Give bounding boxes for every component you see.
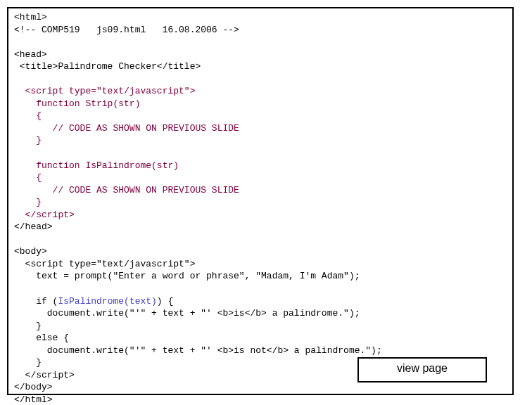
code-line: [14, 73, 507, 86]
code-line: // CODE AS SHOWN ON PREVIOUS SLIDE: [14, 122, 507, 135]
code-line: <html>: [14, 11, 507, 24]
code-line: <body>: [14, 245, 507, 258]
code-line: </head>: [14, 221, 507, 233]
code-frame: <html><!-- COMP519 js09.html 16.08.2006 …: [7, 7, 514, 395]
code-line: function IsPalindrome(str): [14, 160, 507, 172]
code-line: // CODE AS SHOWN ON PREVIOUS SLIDE: [14, 184, 507, 197]
code-line: }: [14, 134, 507, 147]
code-line: [14, 36, 507, 49]
code-line: <title>Palindrome Checker</title>: [14, 60, 507, 73]
code-line: function Strip(str): [14, 98, 507, 110]
code-line: document.write("'" + text + "' <b>is</b>…: [14, 307, 507, 320]
code-line: {: [14, 172, 507, 184]
code-line: }: [14, 196, 507, 209]
view-page-button[interactable]: view page: [357, 357, 487, 382]
code-line: </html>: [14, 394, 507, 402]
code-line: [14, 233, 507, 246]
code-line: document.write("'" + text + "' <b>is not…: [14, 345, 507, 357]
code-line: </script>: [14, 209, 507, 221]
code-line: <!-- COMP519 js09.html 16.08.2006 -->: [14, 24, 507, 37]
code-line: <script type="text/javascript">: [14, 85, 507, 98]
code-line: text = prompt("Enter a word or phrase", …: [14, 270, 507, 283]
code-line: else {: [14, 332, 507, 345]
code-line: [14, 283, 507, 295]
code-line: <script type="text/javascript">: [14, 258, 507, 271]
code-line: }: [14, 320, 507, 333]
code-line: <head>: [14, 49, 507, 61]
code-line: {: [14, 110, 507, 122]
code-listing: <html><!-- COMP519 js09.html 16.08.2006 …: [14, 11, 507, 402]
code-line: </body>: [14, 381, 507, 394]
code-line: [14, 147, 507, 160]
code-line: if (IsPalindrome(text)) {: [14, 295, 507, 308]
